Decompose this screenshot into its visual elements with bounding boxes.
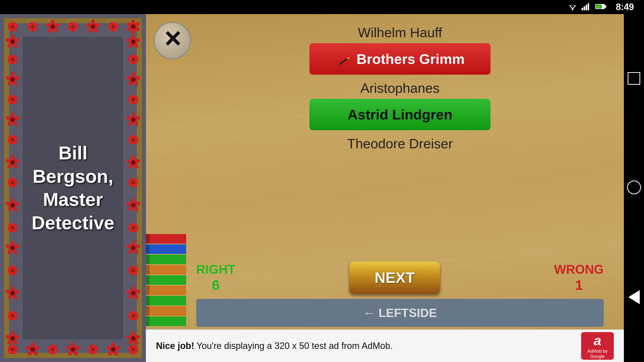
signal-icon [582,3,591,11]
option-row-5: Theodore Dreiser [196,130,604,154]
book-stack-item [146,255,186,264]
option-row-3: Aristophanes [196,75,604,99]
book-stack-item [146,286,186,295]
option-4-label: Astrid Lindgren [348,106,453,123]
right-label: RIGHT [196,262,235,277]
next-button[interactable]: NEXT [349,261,440,294]
score-row: RIGHT 6 NEXT WRONG 1 [146,259,624,296]
wrong-value: 1 [554,277,604,293]
svg-rect-7 [588,3,589,10]
book-cover-panel: Bill Bergson, Master Detective [0,14,146,362]
right-value: 6 [196,277,235,293]
svg-point-3 [572,9,573,10]
admob-label: AdMob by Google [583,349,612,359]
quiz-options: Wilhelm Hauff Brothers Grimm [146,14,624,259]
pen-icon [332,48,354,70]
book-stack-item [146,234,186,244]
square-button[interactable] [628,72,640,85]
right-controls [624,14,644,362]
book-title: Bill Bergson, Master Detective [23,137,123,240]
close-button[interactable]: ✕ [153,22,191,59]
book-stack-item [146,306,186,316]
ad-banner: Nice job! You're displaying a 320 x 50 t… [146,329,624,362]
option-2-label: Brothers Grimm [356,51,464,67]
wrong-score-block: WRONG 1 [554,262,604,293]
option-5-text: Theodore Dreiser [347,130,453,154]
circle-button[interactable] [627,180,641,194]
option-4-button[interactable]: Astrid Lindgren [309,99,491,130]
svg-rect-5 [584,6,585,10]
book-stack-item [146,316,186,326]
svg-rect-4 [582,8,583,10]
book-stack-item [146,265,186,275]
clock: 8:49 [616,2,634,12]
book-stack-item [146,296,186,305]
quiz-panel: ✕ Wilhelm Hauff [146,14,624,362]
option-row-1: Wilhelm Hauff [196,19,604,43]
option-row-2: Brothers Grimm [196,43,604,75]
book-stack [146,234,186,327]
battery-icon: ⚡ [595,4,606,11]
leftside-button[interactable]: ← LEFTSIDE [196,299,604,327]
wifi-icon [568,3,577,11]
book-inner-panel: Bill Bergson, Master Detective [23,37,123,339]
option-3-text: Aristophanes [360,75,439,99]
svg-rect-9 [605,5,606,8]
admob-a-icon: a [594,333,601,348]
option-1-text: Wilhelm Hauff [358,19,442,43]
admob-logo: a AdMob by Google [581,332,614,360]
status-bar: ⚡ 8:49 [0,0,644,14]
svg-text:⚡: ⚡ [597,5,600,9]
right-score-block: RIGHT 6 [196,262,235,293]
option-row-4: Astrid Lindgren [196,99,604,130]
book-stack-item [146,244,186,254]
ad-text: Nice job! You're displaying a 320 x 50 t… [156,340,574,352]
leftside-row: ← LEFTSIDE [146,296,624,329]
svg-rect-6 [586,5,587,10]
option-2-button[interactable]: Brothers Grimm [309,43,491,75]
close-x-icon: ✕ [163,28,182,51]
back-button[interactable] [628,290,640,304]
wrong-label: WRONG [554,262,604,277]
book-stack-item [146,275,186,285]
